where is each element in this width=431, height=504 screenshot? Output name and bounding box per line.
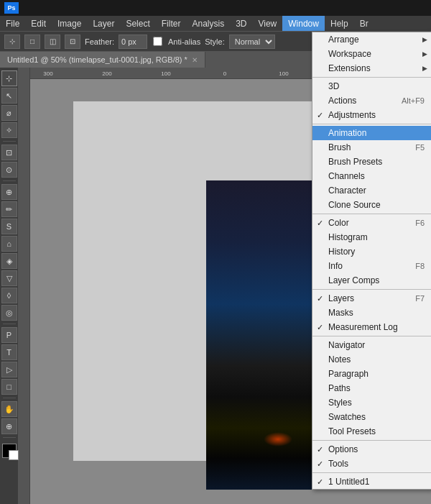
eraser-tool-btn[interactable]: ◈: [1, 253, 17, 269]
menu-help[interactable]: Help: [325, 16, 354, 31]
doc-tab[interactable]: Untitled1 @ 50% (timelapse_tut-0001.jpg,…: [0, 52, 205, 68]
menu-item-brush-presets[interactable]: Brush Presets: [312, 155, 431, 169]
menu-image[interactable]: Image: [52, 16, 87, 31]
menu-sep-3: [312, 214, 431, 214]
menu-item-brush-presets-label: Brush Presets: [328, 157, 382, 167]
zoom-tool-btn[interactable]: ⊕: [1, 418, 17, 434]
options-icon-1[interactable]: □: [24, 35, 40, 49]
menu-item-workspace-label: Workspace: [328, 49, 371, 59]
gradient-tool-btn[interactable]: ▽: [1, 270, 17, 286]
eyedropper-tool-btn[interactable]: ⊙: [1, 162, 17, 178]
menu-item-paragraph-label: Paragraph: [328, 369, 369, 379]
tool-sep-2: [3, 180, 16, 181]
menu-file[interactable]: File: [0, 16, 25, 31]
menu-item-info[interactable]: Info F8: [312, 259, 431, 273]
menu-item-color-label: Color: [328, 218, 349, 228]
menu-item-3d-label: 3D: [328, 81, 339, 91]
history-brush-tool-btn[interactable]: ⌂: [1, 236, 17, 252]
style-label: Style:: [205, 37, 225, 46]
tab-close-btn[interactable]: ✕: [192, 56, 198, 64]
hand-tool-btn[interactable]: ✋: [1, 401, 17, 417]
menu-window[interactable]: Window: [282, 16, 325, 31]
menu-item-arrange-label: Arrange: [328, 35, 359, 45]
menu-item-histogram[interactable]: Histogram: [312, 230, 431, 244]
menu-sep-5: [312, 336, 431, 336]
menu-item-histogram-label: Histogram: [328, 232, 368, 242]
menu-item-channels[interactable]: Channels: [312, 169, 431, 183]
menu-item-notes-label: Notes: [328, 354, 351, 365]
menu-item-brush[interactable]: Brush F5: [312, 140, 431, 155]
anti-alias-checkbox[interactable]: [153, 37, 162, 46]
menu-item-brush-shortcut: F5: [415, 143, 425, 152]
menu-item-layers-label: Layers: [328, 293, 354, 303]
move-tool-btn[interactable]: ↖: [1, 88, 17, 104]
healing-tool-btn[interactable]: ⊕: [1, 184, 17, 200]
menu-item-tools[interactable]: Tools: [312, 457, 431, 471]
menu-item-measurement-log-label: Measurement Log: [328, 322, 398, 332]
menu-item-navigator[interactable]: Navigator: [312, 338, 431, 352]
menu-item-character[interactable]: Character: [312, 183, 431, 198]
menu-3d[interactable]: 3D: [230, 16, 252, 31]
menu-item-paths[interactable]: Paths: [312, 381, 431, 395]
style-select[interactable]: Normal: [229, 35, 275, 49]
marquee-tool-btn[interactable]: ⊹: [1, 70, 17, 86]
menu-item-options[interactable]: Options: [312, 442, 431, 457]
menu-item-history[interactable]: History: [312, 244, 431, 259]
menu-item-tool-presets[interactable]: Tool Presets: [312, 424, 431, 439]
crop-tool-btn[interactable]: ⊡: [1, 145, 17, 160]
menu-item-swatches[interactable]: Swatches: [312, 410, 431, 424]
menu-item-masks[interactable]: Masks: [312, 306, 431, 320]
menu-item-clone-source[interactable]: Clone Source: [312, 198, 431, 212]
lasso-tool-btn[interactable]: ⌀: [1, 105, 17, 121]
menu-item-layer-comps[interactable]: Layer Comps: [312, 273, 431, 288]
dodge-tool-btn[interactable]: ◎: [1, 305, 17, 321]
foreground-color-swatch[interactable]: [2, 444, 17, 458]
menu-edit[interactable]: Edit: [25, 16, 52, 31]
menu-item-character-label: Character: [328, 185, 366, 196]
menu-item-styles[interactable]: Styles: [312, 395, 431, 410]
menu-item-layers-shortcut: F7: [415, 294, 425, 303]
menu-select[interactable]: Select: [120, 16, 155, 31]
options-icon-3[interactable]: ⊡: [65, 35, 80, 49]
menu-item-tools-label: Tools: [328, 459, 348, 469]
menu-item-history-label: History: [328, 247, 355, 257]
marquee-icon-btn[interactable]: ⊹: [4, 35, 20, 49]
shape-tool-btn[interactable]: □: [1, 379, 17, 395]
quick-select-tool-btn[interactable]: ✧: [1, 122, 17, 138]
brush-tool-btn[interactable]: ✏: [1, 201, 17, 217]
menu-item-color[interactable]: Color F6: [312, 216, 431, 230]
feather-input[interactable]: [119, 35, 147, 49]
menu-item-measurement-log[interactable]: Measurement Log: [312, 320, 431, 334]
menu-item-actions[interactable]: Actions Alt+F9: [312, 93, 431, 108]
blur-tool-btn[interactable]: ◊: [1, 288, 17, 303]
menu-item-layers[interactable]: Layers F7: [312, 291, 431, 306]
menu-item-actions-shortcut: Alt+F9: [402, 96, 425, 105]
clone-stamp-tool-btn[interactable]: S: [1, 219, 17, 234]
menu-analysis[interactable]: Analysis: [186, 16, 230, 31]
menu-item-3d[interactable]: 3D: [312, 79, 431, 93]
menu-layer[interactable]: Layer: [87, 16, 120, 31]
menu-item-paragraph[interactable]: Paragraph: [312, 367, 431, 381]
menu-item-animation[interactable]: Animation: [312, 126, 431, 140]
background-color-swatch[interactable]: [9, 450, 19, 460]
menu-item-adjustments[interactable]: Adjustments: [312, 108, 431, 122]
menu-item-workspace[interactable]: Workspace: [312, 47, 431, 61]
path-select-tool-btn[interactable]: ▷: [1, 362, 17, 377]
options-icon-2[interactable]: ◫: [45, 35, 60, 49]
menu-item-notes[interactable]: Notes: [312, 352, 431, 367]
menu-item-layer-comps-label: Layer Comps: [328, 275, 379, 285]
window-dropdown-menu: Arrange Workspace Extensions 3D Actions …: [312, 32, 431, 490]
menu-view[interactable]: View: [252, 16, 282, 31]
menu-filter[interactable]: Filter: [156, 16, 187, 31]
menu-item-color-shortcut: F6: [415, 219, 425, 227]
tools-panel: ⊹ ↖ ⌀ ✧ ⊡ ⊙ ⊕ ✏ S ⌂ ◈ ▽ ◊ ◎ P T ▷ □ ✋ ⊕: [0, 68, 19, 504]
menu-item-untitled1[interactable]: 1 Untitled1: [312, 475, 431, 489]
doc-title: Untitled1 @ 50% (timelapse_tut-0001.jpg,…: [7, 55, 187, 64]
menu-item-animation-label: Animation: [328, 128, 366, 138]
tool-sep-4: [3, 398, 16, 398]
menu-br[interactable]: Br: [354, 16, 374, 31]
menu-item-extensions[interactable]: Extensions: [312, 61, 431, 75]
menu-item-arrange[interactable]: Arrange: [312, 32, 431, 47]
type-tool-btn[interactable]: T: [1, 344, 17, 360]
pen-tool-btn[interactable]: P: [1, 327, 17, 343]
